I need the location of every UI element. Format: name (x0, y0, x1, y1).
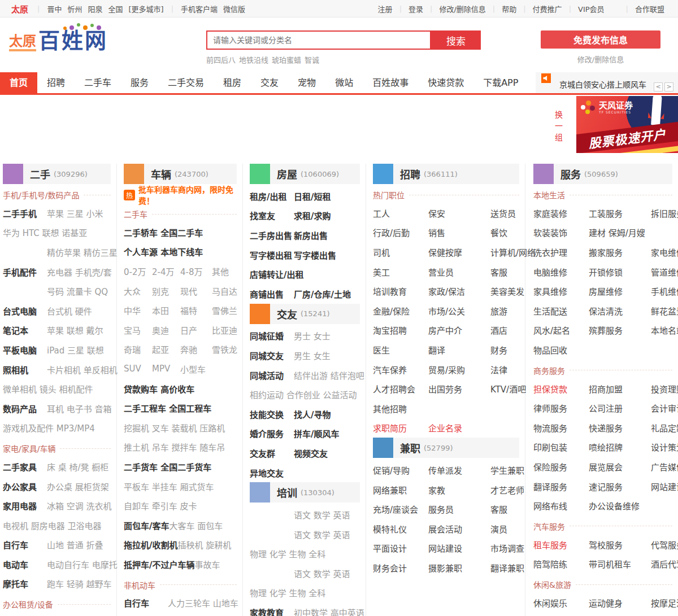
category-link[interactable]: 语文 数学 英语 (294, 528, 350, 540)
category-link[interactable]: 其他 (212, 265, 237, 277)
category-link[interactable]: 模特礼仪 (373, 523, 423, 535)
category-link[interactable]: 照相机 (3, 364, 47, 375)
category-link[interactable]: 号码 流量卡 QQ (47, 285, 108, 297)
nav-item-7[interactable]: 交友 (251, 72, 288, 93)
category-link[interactable]: 福特 (180, 304, 212, 316)
category-link[interactable]: 服务员 (428, 503, 485, 515)
category-link[interactable]: 美工 (373, 266, 423, 278)
category-link[interactable]: 写字楼出售 (294, 249, 336, 261)
category-link[interactable]: 市场/公关 (428, 305, 485, 317)
category-link[interactable]: 视频交友 (294, 447, 328, 459)
category-link[interactable]: 找人/寻物 (294, 408, 331, 420)
category-link[interactable]: 司机 (373, 246, 423, 258)
category-link[interactable]: 办公设备维修 (589, 500, 645, 512)
category-link[interactable]: 初中数学 高中英语 (294, 606, 364, 616)
securities-ad-banner[interactable]: 天风证券 TF SECURITIES 股票极速开户 (576, 96, 678, 153)
hot-search-link[interactable]: 智诚 (305, 56, 319, 64)
category-link[interactable]: 二手货车 全国二手货车 (124, 461, 211, 473)
category-title[interactable]: 二手 (30, 167, 50, 181)
nav-item-11[interactable]: 快速贷款 (418, 72, 473, 93)
category-link[interactable]: 日产 (180, 324, 212, 336)
category-link[interactable]: 办公桌 展柜货架 (47, 480, 109, 492)
category-link[interactable]: 台式机 硬件 (47, 305, 92, 317)
category-link[interactable]: 财务 (490, 344, 519, 356)
category-link[interactable]: 酒店 (490, 324, 519, 336)
category-link[interactable]: 起亚 (152, 343, 180, 355)
category-link[interactable]: 笔记本 (3, 324, 47, 336)
category-link[interactable]: 大众 (124, 285, 152, 297)
category-link[interactable]: 物品回收 (533, 344, 583, 356)
category-link[interactable]: 网站建设 (428, 542, 485, 554)
category-link[interactable]: SUV (124, 364, 152, 374)
category-link[interactable]: 才艺老师 (490, 484, 524, 496)
category-link[interactable]: 拼车/顺风车 (294, 427, 339, 439)
category-link[interactable]: 投资理财 (651, 383, 678, 395)
account-link[interactable]: 注册 (378, 3, 393, 14)
category-link[interactable]: 奔驰 (180, 343, 212, 355)
category-link[interactable]: 平面设计 (373, 542, 423, 554)
category-link[interactable]: 设计策划 (651, 441, 678, 453)
category-link[interactable]: 贷款购车 高价收车 (124, 383, 194, 395)
category-link[interactable]: 物流服务 (533, 422, 583, 434)
category-link[interactable]: 风水/起名 (533, 324, 583, 336)
category-link[interactable]: 山地 普通 折叠 (47, 539, 103, 551)
category-link[interactable]: 写字楼出租 (250, 249, 294, 261)
category-link[interactable]: 卡片相机 单反相机 (47, 364, 118, 375)
category-link[interactable]: 相约运动 合作创业 公益活动 (250, 388, 357, 400)
category-link[interactable]: 洗衣护理 (533, 246, 583, 258)
category-link[interactable]: 陪驾陪练 (533, 558, 583, 570)
mobile-client-link[interactable]: 微信版 (223, 5, 245, 14)
category-link[interactable]: 保险服务 (533, 461, 583, 473)
post-listing-button[interactable]: 免费发布信息 (541, 30, 660, 49)
category-link[interactable]: 租房/出租 (250, 190, 294, 202)
category-link[interactable]: 插秧机 旋耕机 (177, 539, 231, 551)
category-link[interactable]: 出国劳务 (428, 383, 485, 395)
category-link[interactable]: 家政/保洁 (428, 285, 485, 297)
category-title[interactable]: 车辆 (151, 167, 171, 181)
category-link[interactable]: 医生 (373, 344, 423, 356)
category-link[interactable]: 语文 数学 英语 (294, 509, 350, 521)
category-link[interactable]: 新房出售 (294, 229, 328, 241)
category-link[interactable]: 电动车 (3, 558, 47, 570)
category-link[interactable]: 网站建设 (651, 480, 678, 492)
search-button[interactable]: 搜索 (431, 30, 481, 50)
nearby-city-link[interactable]: 全国 (108, 5, 123, 14)
category-link[interactable]: 电视机 厨房电器 卫浴电器 (3, 519, 102, 531)
category-link[interactable]: 家具维修 (533, 285, 583, 297)
category-link[interactable]: 求职简历 (373, 422, 423, 434)
category-link[interactable]: 同城交友 (250, 349, 294, 361)
category-link[interactable]: 金融/保险 (373, 305, 423, 317)
category-link[interactable]: 行政/后勤 (373, 226, 423, 238)
category-link[interactable]: 休闲娱乐 (533, 597, 583, 609)
category-link[interactable]: 平板车 半挂车 厢式货车 (124, 480, 214, 492)
nearby-city-link[interactable]: 晋中 (47, 5, 62, 14)
category-link[interactable]: 男士 女士 (294, 330, 331, 342)
category-link[interactable]: 数码产品 (3, 403, 47, 414)
hot-search-link[interactable]: 前四后八 (206, 56, 236, 64)
category-link[interactable]: MPV (152, 364, 180, 374)
category-link[interactable]: 翻译 (428, 344, 485, 356)
category-link[interactable]: 办公家具 (3, 480, 47, 492)
nav-item-10[interactable]: 百姓故事 (363, 72, 418, 93)
category-link[interactable]: 婚介服务 (250, 427, 294, 439)
category-link[interactable]: 苹果 三星 小米 (47, 207, 103, 219)
category-link[interactable]: 本田 (152, 304, 180, 316)
category-link[interactable]: 别克 (152, 285, 180, 297)
nearby-city-link[interactable]: 阳泉 (88, 5, 102, 14)
nav-item-4[interactable]: 服务 (121, 72, 158, 93)
category-link[interactable]: 台式电脑 (3, 305, 47, 317)
hot-search-link[interactable]: 地铁沿线 (239, 56, 268, 64)
nearby-city-link[interactable]: [更多城市] (128, 5, 163, 14)
category-link[interactable]: 电动自行车 电摩托 (47, 558, 118, 570)
category-link[interactable]: 餐饮 (490, 226, 519, 238)
category-link[interactable]: 面包车/客车 (124, 519, 169, 531)
category-link[interactable]: 摄影兼职 (428, 562, 485, 574)
account-link[interactable]: VIP会员 (578, 3, 605, 14)
category-link[interactable]: 家用电器 (3, 500, 47, 512)
hot-search-link[interactable]: 琥珀蜜蜡 (272, 56, 301, 64)
category-title[interactable]: 招聘 (400, 167, 420, 181)
category-link[interactable]: 担保贷款 (533, 383, 583, 395)
category-link[interactable]: 挖掘机 叉车 装载机 压路机 (124, 422, 225, 434)
category-title[interactable]: 服务 (560, 167, 581, 181)
nav-item-6[interactable]: 租房 (214, 72, 251, 93)
